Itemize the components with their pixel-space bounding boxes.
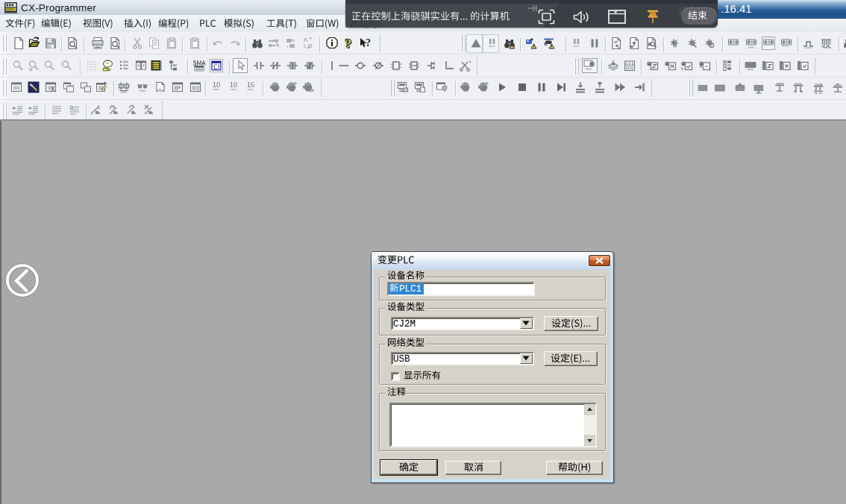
svg-text:?: ? [366,37,371,48]
svg-text:?: ? [345,37,352,50]
